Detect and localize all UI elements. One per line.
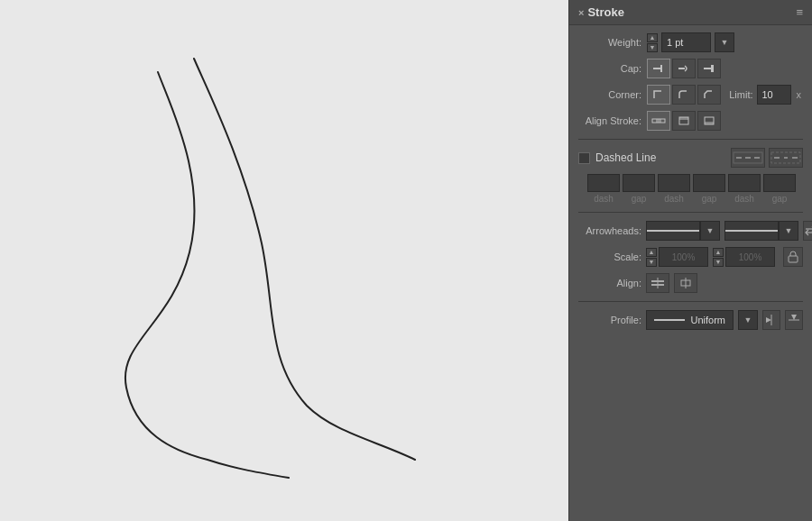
align-row: Align: bbox=[578, 273, 803, 293]
align-stroke-btn-group bbox=[647, 111, 721, 131]
profile-box[interactable]: Uniform bbox=[646, 310, 734, 330]
arrowhead-end-select: ▼ bbox=[724, 221, 798, 241]
stroke-title: Stroke bbox=[587, 5, 623, 19]
panel-body: Weight: ▲ ▼ 1 pt ▼ Cap: bbox=[569, 25, 812, 337]
cap-row: Cap: bbox=[578, 59, 803, 78]
weight-input-group: ▲ ▼ 1 pt ▼ bbox=[647, 32, 734, 52]
profile-row: Profile: Uniform ▼ bbox=[578, 310, 803, 330]
dashed-style-btn-1[interactable] bbox=[731, 148, 765, 168]
canvas-area bbox=[0, 0, 568, 521]
swap-arrowheads-btn[interactable] bbox=[803, 221, 812, 241]
dash-label-3: dash bbox=[734, 194, 754, 204]
align-center-btn[interactable] bbox=[647, 111, 670, 131]
scale-input-1-group: ▲ ▼ 100% bbox=[646, 247, 708, 267]
align-btn-1[interactable] bbox=[646, 273, 669, 293]
profile-line bbox=[654, 319, 685, 321]
align-label: Align: bbox=[578, 278, 641, 288]
gap-input-3: gap bbox=[763, 174, 796, 204]
gap-label-2: gap bbox=[702, 194, 717, 204]
limit-group: Limit: 10 x bbox=[729, 85, 803, 105]
weight-input[interactable]: 1 pt bbox=[661, 32, 711, 52]
gap-box-3[interactable] bbox=[763, 174, 796, 192]
corner-miter-btn[interactable] bbox=[647, 85, 670, 105]
dash-box-2[interactable] bbox=[658, 174, 690, 192]
svg-rect-2 bbox=[678, 68, 685, 69]
panel-title: × Stroke bbox=[578, 5, 624, 19]
dash-box-1[interactable] bbox=[587, 174, 620, 192]
cap-label: Cap: bbox=[578, 63, 641, 74]
align-outside-btn[interactable] bbox=[697, 111, 721, 131]
cap-butt-btn[interactable] bbox=[647, 59, 670, 78]
cap-square-btn[interactable] bbox=[697, 59, 721, 78]
weight-dropdown-btn[interactable]: ▼ bbox=[715, 32, 734, 52]
arrowhead-start-dropdown[interactable]: ▼ bbox=[700, 221, 720, 241]
scale-1-down[interactable]: ▼ bbox=[646, 258, 657, 267]
limit-input[interactable]: 10 bbox=[757, 85, 791, 105]
flip-horizontal-btn[interactable] bbox=[762, 310, 780, 330]
scale-2-spinner: ▲ ▼ bbox=[713, 248, 724, 267]
arrowheads-row: Arrowheads: ▼ ▼ bbox=[578, 221, 803, 241]
dashed-line-row: Dashed Line bbox=[578, 148, 803, 168]
lock-scale-btn[interactable] bbox=[783, 247, 803, 267]
stroke-panel: × Stroke ≡ Weight: ▲ ▼ 1 pt ▼ Cap: bbox=[568, 0, 812, 521]
arrowhead-end-dropdown[interactable]: ▼ bbox=[779, 221, 798, 241]
svg-rect-1 bbox=[660, 65, 662, 72]
divider-3 bbox=[578, 301, 803, 302]
dash-box-3[interactable] bbox=[728, 174, 761, 192]
panel-header: × Stroke ≡ bbox=[569, 0, 812, 25]
close-icon[interactable]: × bbox=[578, 7, 584, 18]
weight-label: Weight: bbox=[578, 37, 641, 48]
weight-up-arrow[interactable]: ▲ bbox=[647, 33, 658, 42]
flip-vertical-btn[interactable] bbox=[785, 310, 803, 330]
weight-down-arrow[interactable]: ▼ bbox=[647, 43, 658, 52]
arrowhead-end-box[interactable] bbox=[724, 221, 779, 241]
dashed-style-btn-2[interactable] bbox=[769, 148, 803, 168]
align-stroke-label: Align Stroke: bbox=[578, 115, 641, 126]
weight-spinner: ▲ ▼ bbox=[647, 33, 658, 52]
divider-1 bbox=[578, 139, 803, 140]
gap-box-2[interactable] bbox=[693, 174, 725, 192]
scale-2-down[interactable]: ▼ bbox=[713, 258, 724, 267]
align-inside-btn[interactable] bbox=[672, 111, 696, 131]
scale-input-2[interactable]: 100% bbox=[725, 247, 775, 267]
align-btn-2[interactable] bbox=[674, 273, 697, 293]
dashed-checkbox-group: Dashed Line bbox=[578, 151, 656, 164]
svg-marker-30 bbox=[791, 315, 797, 320]
dash-input-3: dash bbox=[728, 174, 761, 204]
cap-btn-group bbox=[647, 59, 721, 78]
svg-rect-3 bbox=[704, 68, 711, 69]
corner-round-btn[interactable] bbox=[672, 85, 696, 105]
scale-input-1[interactable]: 100% bbox=[659, 247, 708, 267]
dashed-checkbox[interactable] bbox=[578, 152, 590, 164]
dashed-style-group bbox=[731, 148, 803, 168]
dash-inputs-row: dash gap dash gap dash gap bbox=[578, 174, 803, 204]
scale-input-2-group: ▲ ▼ 100% bbox=[713, 247, 775, 267]
arrowheads-label: Arrowheads: bbox=[578, 225, 641, 236]
profile-dropdown-btn[interactable]: ▼ bbox=[738, 310, 758, 330]
svg-rect-0 bbox=[653, 68, 660, 69]
align-stroke-row: Align Stroke: bbox=[578, 111, 803, 131]
cap-round-btn[interactable] bbox=[672, 59, 696, 78]
svg-marker-28 bbox=[766, 317, 771, 323]
scale-1-spinner: ▲ ▼ bbox=[646, 248, 657, 267]
scale-1-up[interactable]: ▲ bbox=[646, 248, 657, 257]
dash-label-2: dash bbox=[664, 194, 684, 204]
svg-rect-21 bbox=[789, 256, 798, 262]
scale-label: Scale: bbox=[578, 251, 641, 262]
corner-bevel-btn[interactable] bbox=[697, 85, 721, 105]
corner-row: Corner: Limi bbox=[578, 85, 803, 105]
gap-label-1: gap bbox=[632, 194, 647, 204]
profile-value: Uniform bbox=[690, 315, 725, 325]
weight-row: Weight: ▲ ▼ 1 pt ▼ bbox=[578, 32, 803, 52]
menu-icon[interactable]: ≡ bbox=[796, 5, 803, 19]
scale-2-up[interactable]: ▲ bbox=[713, 248, 724, 257]
gap-input-2: gap bbox=[693, 174, 725, 204]
arrowhead-start-box[interactable] bbox=[646, 221, 700, 241]
corner-label: Corner: bbox=[578, 89, 641, 100]
gap-box-1[interactable] bbox=[623, 174, 655, 192]
svg-rect-10 bbox=[705, 122, 714, 124]
dashed-line-label: Dashed Line bbox=[595, 151, 656, 164]
limit-x-btn[interactable]: x bbox=[795, 87, 804, 102]
gap-input-1: gap bbox=[623, 174, 655, 204]
divider-2 bbox=[578, 212, 803, 213]
